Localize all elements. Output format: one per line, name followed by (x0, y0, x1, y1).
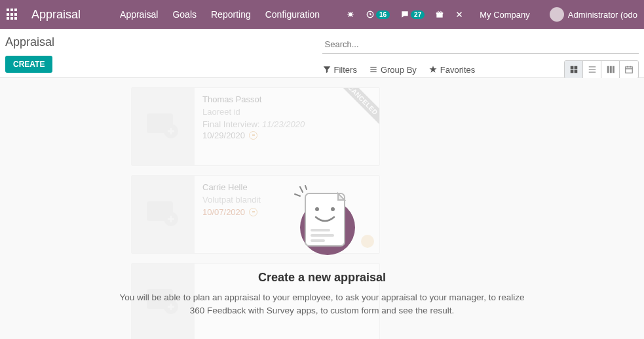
nav-configuration[interactable]: Configuration (265, 9, 320, 20)
view-switcher (564, 60, 639, 79)
star-icon (428, 65, 438, 74)
apps-icon[interactable] (7, 9, 18, 20)
close-icon[interactable] (455, 10, 464, 19)
topbar: Appraisal Appraisal Goals Reporting Conf… (0, 0, 644, 29)
activities-badge: 16 (376, 10, 390, 19)
messages-icon[interactable]: 27 (400, 10, 425, 19)
messages-badge: 27 (411, 10, 425, 19)
create-button[interactable]: CREATE (5, 56, 52, 73)
svg-rect-5 (370, 69, 376, 70)
card-image (132, 88, 195, 165)
app-title: Appraisal (31, 8, 81, 22)
list-icon (369, 65, 378, 74)
svg-rect-17 (626, 67, 633, 73)
search-input[interactable] (322, 38, 639, 50)
svg-rect-9 (570, 70, 573, 73)
user-menu[interactable]: Administrator (odo (550, 7, 637, 22)
card-name: Thomas Passot (202, 94, 305, 104)
card-subtitle: Laoreet id (202, 107, 305, 117)
card-name: Carrie Helle (202, 182, 261, 192)
avatar (550, 7, 564, 22)
status-ribbon: CANCELED (333, 87, 380, 129)
groupby-button[interactable]: Group By (369, 65, 417, 75)
search-box[interactable] (322, 35, 639, 54)
svg-rect-11 (588, 66, 596, 67)
gift-icon[interactable] (435, 10, 444, 19)
kanban-card[interactable]: Thomas Passot Laoreet id Final Interview… (131, 87, 380, 166)
svg-rect-16 (612, 66, 614, 73)
kanban-card[interactable] (131, 263, 380, 339)
nav-appraisal[interactable]: Appraisal (120, 9, 158, 20)
svg-rect-8 (574, 66, 577, 70)
clock-icon (249, 131, 257, 140)
kanban-card[interactable]: Carrie Helle Volutpat blandit 10/07/2020 (131, 175, 380, 254)
breadcrumb: Appraisal (5, 35, 322, 49)
svg-rect-14 (607, 66, 609, 73)
activities-icon[interactable]: 16 (366, 10, 390, 19)
filters-button[interactable]: Filters (322, 65, 357, 75)
card-image (132, 176, 195, 253)
clock-icon (249, 208, 257, 216)
svg-rect-7 (570, 66, 573, 70)
company-switcher[interactable]: My Company (480, 10, 530, 20)
user-name: Administrator (odo (568, 10, 637, 20)
svg-rect-6 (370, 71, 376, 72)
assignee-avatar (361, 235, 374, 248)
systray: 16 27 My Company Administrator (odo (346, 7, 637, 22)
kanban-content: Thomas Passot Laoreet id Final Interview… (0, 78, 644, 339)
svg-rect-10 (574, 70, 577, 73)
list-view-button[interactable] (583, 61, 601, 78)
activity-view-button[interactable] (601, 61, 620, 78)
funnel-icon (322, 65, 331, 74)
nav-reporting[interactable]: Reporting (211, 9, 251, 20)
control-panel: Appraisal CREATE Filters Group By Favori… (0, 29, 644, 78)
svg-rect-15 (609, 66, 611, 73)
bug-icon[interactable] (346, 10, 355, 19)
card-image (132, 264, 195, 339)
svg-rect-3 (436, 12, 444, 14)
svg-rect-2 (437, 14, 443, 18)
kanban-view-button[interactable] (565, 61, 583, 78)
svg-rect-13 (588, 72, 596, 73)
nav-menu: Appraisal Goals Reporting Configuration (120, 9, 320, 20)
calendar-view-button[interactable] (620, 61, 638, 78)
svg-point-0 (349, 12, 352, 16)
nav-goals[interactable]: Goals (172, 9, 197, 20)
favorites-button[interactable]: Favorites (428, 65, 475, 75)
card-subtitle: Volutpat blandit (202, 195, 261, 205)
svg-rect-4 (370, 67, 376, 68)
svg-rect-12 (588, 69, 596, 70)
